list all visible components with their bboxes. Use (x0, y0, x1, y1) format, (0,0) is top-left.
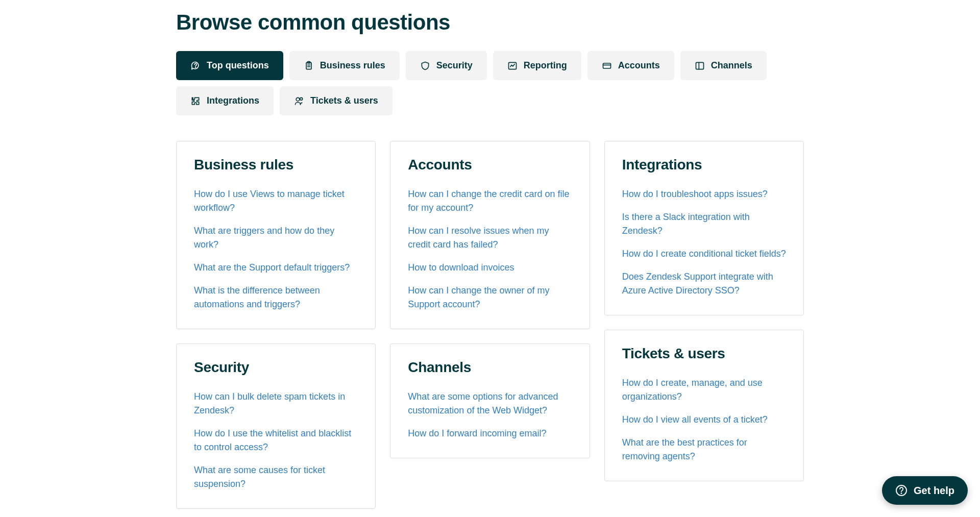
shield-icon (420, 61, 430, 71)
card-tickets-users: Tickets & usersHow do I create, manage, … (604, 330, 804, 481)
list-item: How do I troubleshoot apps issues? (622, 187, 786, 201)
card-link-list: How do I troubleshoot apps issues?Is the… (622, 187, 786, 298)
list-item: How do I view all events of a ticket? (622, 413, 786, 427)
list-item: How to download invoices (408, 261, 572, 275)
page-title: Browse common questions (176, 10, 804, 35)
question-link[interactable]: What is the difference between automatio… (194, 285, 320, 309)
card-accounts: AccountsHow can I change the credit card… (390, 141, 590, 329)
tab-label: Accounts (618, 60, 660, 71)
tab-tickets-users[interactable]: Tickets & users (280, 86, 393, 115)
list-item: How do I create, manage, and use organiz… (622, 376, 786, 404)
card-link-list: How do I create, manage, and use organiz… (622, 376, 786, 463)
list-item: How do I create conditional ticket field… (622, 247, 786, 261)
cards-column: AccountsHow can I change the credit card… (390, 141, 590, 458)
question-link[interactable]: How to download invoices (408, 262, 514, 273)
question-link[interactable]: How do I create conditional ticket field… (622, 249, 786, 259)
tab-label: Reporting (524, 60, 567, 71)
tab-label: Channels (711, 60, 752, 71)
question-link[interactable]: How do I troubleshoot apps issues? (622, 189, 768, 199)
credit-card-icon (602, 61, 612, 71)
card-title: Channels (408, 359, 572, 376)
clipboard-icon (304, 61, 314, 71)
list-item: What are the best practices for removing… (622, 436, 786, 463)
cards-column: Business rulesHow do I use Views to mana… (176, 141, 376, 509)
tab-label: Tickets & users (310, 95, 378, 106)
chart-icon (507, 61, 518, 71)
card-integrations: IntegrationsHow do I troubleshoot apps i… (604, 141, 804, 315)
card-link-list: What are some options for advanced custo… (408, 390, 572, 440)
tab-reporting[interactable]: Reporting (493, 51, 581, 80)
question-link[interactable]: Is there a Slack integration with Zendes… (622, 212, 750, 236)
question-link[interactable]: What are triggers and how do they work? (194, 226, 334, 250)
list-item: What are some causes for ticket suspensi… (194, 463, 358, 491)
card-link-list: How can I bulk delete spam tickets in Ze… (194, 390, 358, 491)
list-item: Does Zendesk Support integrate with Azur… (622, 270, 786, 298)
tab-security[interactable]: Security (406, 51, 487, 80)
card-title: Tickets & users (622, 346, 786, 362)
question-link[interactable]: What are some causes for ticket suspensi… (194, 465, 325, 489)
layout-icon (695, 61, 705, 71)
question-link[interactable]: Does Zendesk Support integrate with Azur… (622, 272, 773, 296)
question-link[interactable]: How can I resolve issues when my credit … (408, 226, 549, 250)
question-link[interactable]: How do I use Views to manage ticket work… (194, 189, 345, 213)
question-link[interactable]: How can I change the owner of my Support… (408, 285, 549, 309)
question-link[interactable]: How do I create, manage, and use organiz… (622, 378, 763, 402)
chat-question-icon (190, 61, 201, 71)
question-link[interactable]: How can I change the credit card on file… (408, 189, 569, 213)
list-item: What are the Support default triggers? (194, 261, 358, 275)
list-item: How can I change the owner of my Support… (408, 284, 572, 311)
question-link[interactable]: What are the best practices for removing… (622, 437, 747, 461)
card-title: Accounts (408, 157, 572, 173)
card-business-rules: Business rulesHow do I use Views to mana… (176, 141, 376, 329)
cards-column: IntegrationsHow do I troubleshoot apps i… (604, 141, 804, 481)
svg-rect-6 (603, 63, 610, 68)
category-tabs: Top questionsBusiness rulesSecurityRepor… (176, 51, 804, 115)
card-title: Business rules (194, 157, 358, 173)
tab-label: Integrations (207, 95, 259, 106)
tab-label: Top questions (207, 60, 269, 71)
tab-business-rules[interactable]: Business rules (289, 51, 400, 80)
list-item: How can I resolve issues when my credit … (408, 224, 572, 252)
svg-point-13 (901, 493, 901, 494)
list-item: Is there a Slack integration with Zendes… (622, 210, 786, 238)
card-channels: ChannelsWhat are some options for advanc… (390, 343, 590, 458)
get-help-widget[interactable]: Get help (882, 476, 968, 505)
list-item: How do I forward incoming email? (408, 427, 572, 440)
question-link[interactable]: How do I view all events of a ticket? (622, 414, 768, 425)
svg-point-0 (195, 67, 196, 67)
list-item: How do I use Views to manage ticket work… (194, 187, 358, 215)
list-item: What are triggers and how do they work? (194, 224, 358, 252)
list-item: How can I bulk delete spam tickets in Ze… (194, 390, 358, 417)
tab-channels[interactable]: Channels (680, 51, 767, 80)
list-item: How do I use the whitelist and blacklist… (194, 427, 358, 454)
tab-label: Business rules (320, 60, 385, 71)
tab-label: Security (436, 60, 473, 71)
question-link[interactable]: How do I use the whitelist and blacklist… (194, 428, 351, 452)
svg-point-10 (296, 97, 300, 101)
cards-grid: Business rulesHow do I use Views to mana… (176, 141, 804, 509)
card-link-list: How can I change the credit card on file… (408, 187, 572, 311)
puzzle-icon (190, 96, 201, 106)
question-link[interactable]: How can I bulk delete spam tickets in Ze… (194, 391, 345, 415)
question-link[interactable]: How do I forward incoming email? (408, 428, 546, 438)
tab-accounts[interactable]: Accounts (587, 51, 674, 80)
svg-rect-8 (696, 62, 703, 69)
help-icon (895, 484, 908, 497)
card-link-list: How do I use Views to manage ticket work… (194, 187, 358, 311)
get-help-label: Get help (914, 485, 954, 497)
question-link[interactable]: What are the Support default triggers? (194, 262, 350, 273)
card-title: Integrations (622, 157, 786, 173)
tab-integrations[interactable]: Integrations (176, 86, 274, 115)
list-item: What are some options for advanced custo… (408, 390, 572, 417)
list-item: What is the difference between automatio… (194, 284, 358, 311)
svg-point-11 (300, 97, 303, 100)
users-icon (294, 96, 304, 106)
card-security: SecurityHow can I bulk delete spam ticke… (176, 343, 376, 509)
question-link[interactable]: What are some options for advanced custo… (408, 391, 558, 415)
list-item: How can I change the credit card on file… (408, 187, 572, 215)
card-title: Security (194, 359, 358, 376)
tab-top-questions[interactable]: Top questions (176, 51, 283, 80)
